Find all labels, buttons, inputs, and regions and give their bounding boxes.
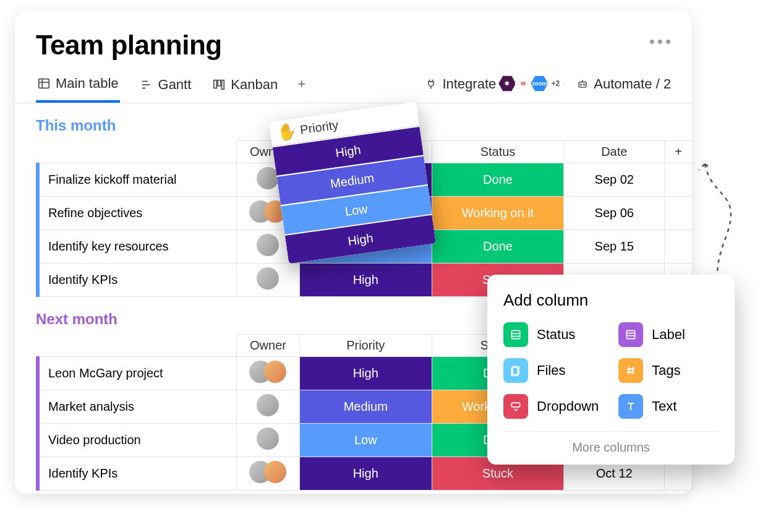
task-name[interactable]: Identify key resources (38, 230, 237, 264)
table-icon (37, 77, 51, 90)
task-name[interactable]: Video production (38, 424, 237, 457)
svg-rect-7 (218, 80, 221, 86)
svg-rect-6 (214, 80, 217, 88)
svg-line-21 (628, 367, 630, 374)
avatar (257, 234, 279, 256)
avatar (257, 427, 279, 450)
col-header-status[interactable]: Status (432, 141, 564, 163)
status-cell[interactable]: Working on it (432, 197, 564, 230)
add-column-option-text[interactable]: Text (618, 394, 719, 419)
owner-cell[interactable] (237, 357, 300, 390)
task-name[interactable]: Finalize kickoff material (38, 163, 237, 197)
plug-icon (425, 78, 437, 90)
add-column-button[interactable]: + (665, 141, 693, 163)
slack-icon: ✱ (498, 75, 516, 92)
owner-cell[interactable] (237, 264, 300, 297)
svg-point-10 (581, 84, 582, 85)
task-name[interactable]: Identify KPIs (38, 457, 237, 491)
col-header-owner[interactable]: Owner (237, 335, 300, 357)
integration-app-icons: ✱ M zoom +2 (501, 75, 565, 93)
text-column-icon (618, 394, 643, 419)
owner-cell[interactable] (237, 424, 300, 457)
owner-cell[interactable] (237, 457, 300, 491)
dropdown-column-icon (503, 394, 528, 419)
avatar (264, 361, 286, 383)
zoom-icon: zoom (531, 75, 548, 92)
option-label: Text (652, 398, 677, 414)
automate-button[interactable]: Automate / 2 (576, 76, 671, 98)
add-column-option-tags[interactable]: Tags (618, 358, 719, 383)
gmail-icon: M (515, 75, 532, 92)
drag-card-title: Priority (299, 118, 340, 137)
svg-point-11 (584, 84, 585, 85)
status-column-icon (503, 322, 528, 347)
svg-rect-25 (511, 403, 519, 407)
date-cell[interactable]: Sep 06 (564, 197, 665, 230)
option-label: Label (652, 327, 685, 343)
kanban-icon (212, 78, 226, 92)
tab-gantt[interactable]: Gantt (139, 73, 193, 101)
dragged-priority-column[interactable]: ✋ Priority High Medium Low High (269, 101, 436, 264)
date-cell[interactable]: Sep 02 (564, 163, 665, 197)
status-cell[interactable]: Done (432, 163, 564, 197)
option-label: Tags (652, 363, 680, 379)
add-column-option-files[interactable]: Files (503, 358, 604, 383)
task-name[interactable]: Refine objectives (38, 197, 237, 230)
integrate-button[interactable]: Integrate ✱ M zoom +2 (425, 75, 565, 100)
robot-icon (576, 78, 589, 90)
option-label: Files (537, 363, 565, 379)
tab-label: Gantt (158, 77, 192, 93)
popover-title: Add column (503, 291, 719, 310)
owner-cell[interactable] (237, 390, 300, 424)
avatar (257, 394, 279, 416)
tab-label: Main table (56, 75, 119, 92)
priority-cell[interactable]: High (299, 357, 432, 390)
tags-column-icon (618, 358, 643, 383)
tab-kanban[interactable]: Kanban (211, 73, 279, 101)
more-menu-icon[interactable]: ••• (649, 32, 673, 51)
add-column-popover: Add column Status Label Files Tags (487, 275, 735, 465)
status-cell[interactable]: Done (432, 230, 564, 264)
date-cell[interactable]: Sep 15 (564, 230, 665, 264)
svg-rect-16 (626, 330, 634, 338)
more-columns-button[interactable]: More columns (503, 431, 719, 455)
svg-rect-13 (511, 330, 519, 338)
grab-cursor-icon: ✋ (276, 121, 298, 143)
priority-cell[interactable]: Low (299, 424, 432, 457)
view-tabs: Main table Gantt Kanban + Integrate ✱ M … (15, 67, 692, 103)
gantt-icon (140, 78, 153, 92)
files-column-icon (503, 358, 528, 383)
add-column-option-label[interactable]: Label (618, 322, 719, 347)
tab-label: Kanban (231, 77, 278, 93)
option-label: Status (537, 327, 575, 343)
add-column-option-status[interactable]: Status (503, 322, 604, 347)
label-column-icon (618, 322, 643, 347)
board-title: Team planning (15, 30, 692, 67)
avatar (264, 461, 286, 483)
task-name[interactable]: Identify KPIs (38, 264, 237, 297)
col-header-priority[interactable]: Priority (299, 335, 432, 357)
add-column-option-dropdown[interactable]: Dropdown (503, 394, 604, 419)
priority-cell[interactable]: Medium (299, 390, 432, 424)
automate-label: Automate / 2 (594, 76, 671, 92)
svg-line-22 (633, 367, 634, 374)
doodle-arrow (693, 161, 748, 285)
col-header-date[interactable]: Date (564, 141, 665, 163)
add-view-button[interactable]: + (297, 76, 305, 98)
option-label: Dropdown (537, 398, 599, 414)
task-name[interactable]: Leon McGary project (38, 357, 237, 390)
priority-cell[interactable]: High (299, 457, 432, 491)
more-apps-badge: +2 (547, 75, 564, 92)
priority-cell[interactable]: High (299, 264, 432, 297)
task-name[interactable]: Market analysis (38, 390, 237, 424)
tab-main-table[interactable]: Main table (36, 72, 120, 103)
svg-rect-0 (39, 79, 49, 88)
integrate-label: Integrate (442, 76, 496, 92)
avatar (257, 267, 279, 290)
svg-rect-8 (222, 80, 224, 90)
